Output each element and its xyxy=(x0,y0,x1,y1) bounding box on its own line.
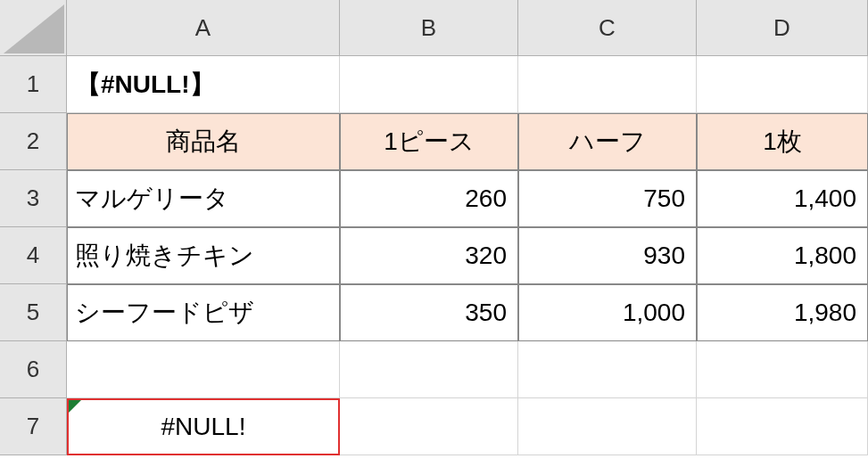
cell-b4-piece[interactable]: 320 xyxy=(340,227,518,284)
col-header-a[interactable]: A xyxy=(67,0,340,56)
cell-c7[interactable] xyxy=(518,398,697,455)
cell-c3-half[interactable]: 750 xyxy=(518,170,697,227)
cell-d1[interactable] xyxy=(697,56,868,113)
cell-a7-error[interactable]: #NULL! xyxy=(67,398,340,455)
cell-d7[interactable] xyxy=(697,398,868,455)
col-header-d[interactable]: D xyxy=(697,0,868,56)
select-all-corner[interactable] xyxy=(0,0,67,56)
row-header-1[interactable]: 1 xyxy=(0,56,67,113)
row-header-2[interactable]: 2 xyxy=(0,113,67,170)
cell-b6[interactable] xyxy=(340,341,518,398)
cell-c6[interactable] xyxy=(518,341,697,398)
cell-c5-half[interactable]: 1,000 xyxy=(518,284,697,341)
row-header-3[interactable]: 3 xyxy=(0,170,67,227)
row-header-4[interactable]: 4 xyxy=(0,227,67,284)
cell-d2-header-whole[interactable]: 1枚 xyxy=(697,113,868,170)
row-header-7[interactable]: 7 xyxy=(0,398,67,455)
row-header-5[interactable]: 5 xyxy=(0,284,67,341)
cell-d4-whole[interactable]: 1,800 xyxy=(697,227,868,284)
cell-b2-header-piece[interactable]: 1ピース xyxy=(340,113,518,170)
error-value-text: #NULL! xyxy=(161,413,246,441)
row-header-6[interactable]: 6 xyxy=(0,341,67,398)
cell-d6[interactable] xyxy=(697,341,868,398)
cell-a2-header-product[interactable]: 商品名 xyxy=(67,113,340,170)
cell-d5-whole[interactable]: 1,980 xyxy=(697,284,868,341)
cell-a3-product-name[interactable]: マルゲリータ xyxy=(67,170,340,227)
col-header-c[interactable]: C xyxy=(518,0,697,56)
spreadsheet-grid: A B C D 1 【#NULL!】 2 商品名 1ピース ハーフ 1枚 3 マ… xyxy=(0,0,868,455)
cell-a1-title[interactable]: 【#NULL!】 xyxy=(67,56,340,113)
cell-c4-half[interactable]: 930 xyxy=(518,227,697,284)
col-header-b[interactable]: B xyxy=(340,0,518,56)
cell-a4-product-name[interactable]: 照り焼きチキン xyxy=(67,227,340,284)
cell-a6[interactable] xyxy=(67,341,340,398)
cell-d3-whole[interactable]: 1,400 xyxy=(697,170,868,227)
cell-c2-header-half[interactable]: ハーフ xyxy=(518,113,697,170)
cell-a5-product-name[interactable]: シーフードピザ xyxy=(67,284,340,341)
cell-b1[interactable] xyxy=(340,56,518,113)
cell-c1[interactable] xyxy=(518,56,697,113)
cell-b5-piece[interactable]: 350 xyxy=(340,284,518,341)
cell-b3-piece[interactable]: 260 xyxy=(340,170,518,227)
cell-b7[interactable] xyxy=(340,398,518,455)
